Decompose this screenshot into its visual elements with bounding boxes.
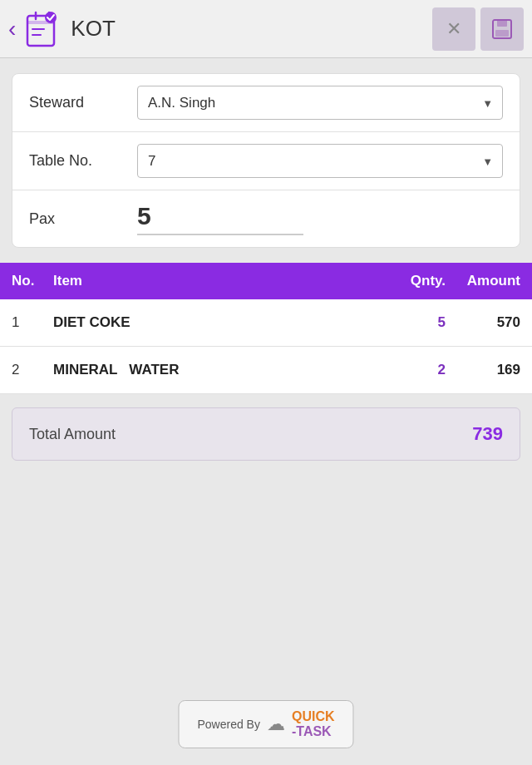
svg-rect-4	[497, 20, 507, 27]
cloud-icon: ☁	[267, 713, 285, 735]
back-button[interactable]: ‹	[8, 16, 16, 42]
row-2-item: MINERAL WATER	[53, 362, 362, 378]
col-header-no: No.	[12, 273, 53, 289]
footer-powered-by: Powered By	[197, 718, 259, 731]
save-icon	[491, 18, 513, 40]
steward-select-wrapper[interactable]: A.N. Singh B. Kumar C. Das	[137, 86, 503, 120]
table-label: Table No.	[29, 152, 137, 170]
col-header-qnty: Qnty.	[362, 273, 446, 289]
header: ‹ KOT ✕	[0, 0, 532, 58]
pax-row: Pax 5	[12, 190, 520, 247]
form-section: Steward A.N. Singh B. Kumar C. Das Table…	[12, 73, 520, 248]
total-label: Total Amount	[29, 426, 116, 443]
table-body: 1 DIET COKE 5 570 2 MINERAL WATER 2 169	[0, 299, 532, 394]
row-2-amount: 169	[446, 362, 520, 378]
footer: Powered By ☁ QUICK -TASK	[178, 700, 353, 748]
svg-rect-5	[495, 30, 509, 37]
row-2-qnty: 2	[362, 362, 446, 378]
steward-label: Steward	[29, 94, 137, 111]
total-value: 739	[472, 423, 503, 445]
brand-task: -TASK	[292, 724, 332, 738]
steward-control: A.N. Singh B. Kumar C. Das	[137, 86, 503, 120]
col-header-amount: Amount	[446, 273, 520, 289]
pax-control: 5	[137, 202, 503, 235]
row-1-amount: 570	[446, 314, 520, 331]
brand-quick: QUICK	[292, 709, 335, 723]
row-1-no: 1	[12, 314, 53, 331]
table-row[interactable]: 1 DIET COKE 5 570	[0, 299, 532, 347]
pax-label: Pax	[29, 210, 137, 228]
table-control: 7 1234 568910	[137, 144, 503, 178]
table-select-wrapper[interactable]: 7 1234 568910	[137, 144, 503, 178]
kot-icon	[24, 11, 61, 47]
steward-row: Steward A.N. Singh B. Kumar C. Das	[12, 74, 520, 132]
table-select[interactable]: 7 1234 568910	[137, 144, 503, 178]
row-1-qnty: 5	[362, 314, 446, 331]
page-title: KOT	[71, 16, 432, 42]
pax-underline: 5	[137, 202, 303, 235]
pax-value: 5	[137, 202, 151, 230]
table-row[interactable]: 2 MINERAL WATER 2 169	[0, 347, 532, 394]
footer-brand: QUICK -TASK	[292, 709, 335, 739]
col-header-item: Item	[53, 273, 362, 289]
row-1-item: DIET COKE	[53, 314, 362, 331]
table-header: No. Item Qnty. Amount	[0, 263, 532, 299]
table-row-form: Table No. 7 1234 568910	[12, 132, 520, 190]
save-button[interactable]	[480, 7, 524, 51]
total-section: Total Amount 739	[12, 407, 520, 461]
steward-select[interactable]: A.N. Singh B. Kumar C. Das	[137, 86, 503, 120]
close-button[interactable]: ✕	[432, 7, 475, 51]
row-2-no: 2	[12, 362, 53, 378]
header-actions: ✕	[432, 7, 524, 51]
